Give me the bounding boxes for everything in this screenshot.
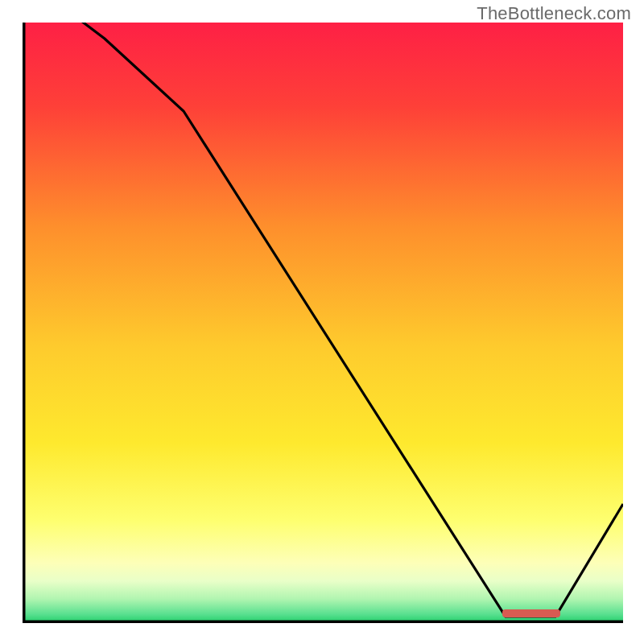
chart-background-heatmap	[23, 23, 623, 623]
optimal-marker	[502, 609, 560, 617]
chart-svg	[23, 23, 623, 623]
chart-plot-area	[23, 23, 623, 623]
watermark-text: TheBottleneck.com	[477, 3, 631, 24]
